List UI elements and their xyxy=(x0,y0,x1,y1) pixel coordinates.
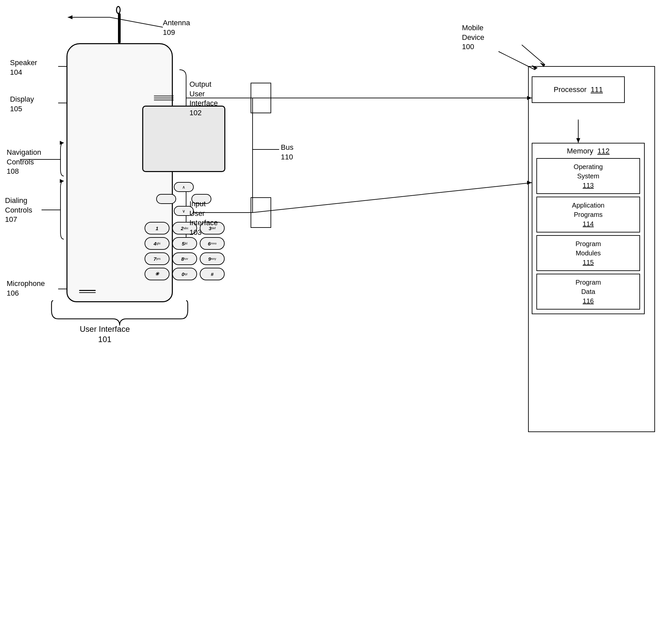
antenna-num: 109 xyxy=(163,28,175,37)
key-4[interactable]: 4ghi xyxy=(145,237,170,250)
svg-rect-29 xyxy=(251,83,271,113)
dialing-controls-text: DialingControls xyxy=(5,196,32,214)
user-interface-label: User Interface 101 xyxy=(80,324,130,344)
key-7[interactable]: 7prs xyxy=(145,252,170,265)
mobile-device-label: MobileDevice 100 xyxy=(462,23,484,52)
key-6[interactable]: 6mno xyxy=(200,237,225,250)
antenna-text: Antenna xyxy=(163,19,190,27)
speaker-line-2 xyxy=(154,98,174,98)
prog-data-num: 116 xyxy=(582,297,594,304)
display-text: Display xyxy=(10,95,34,103)
mobile-device-text: MobileDevice xyxy=(462,24,484,42)
nav-left-button[interactable] xyxy=(156,194,176,204)
svg-marker-24 xyxy=(532,65,538,70)
input-ui-text: InputUserInterface xyxy=(190,200,218,227)
speaker-grille xyxy=(154,96,174,100)
svg-line-25 xyxy=(522,45,545,65)
mic-line-1 xyxy=(79,290,96,291)
app-programs-box: ApplicationPrograms 114 xyxy=(536,197,640,232)
svg-marker-18 xyxy=(527,96,532,100)
key-5[interactable]: 5jkl xyxy=(172,237,197,250)
svg-line-1 xyxy=(110,17,163,27)
output-ui-text: OutputUserInterface xyxy=(190,80,218,107)
mobile-device-num: 100 xyxy=(462,43,474,51)
svg-marker-11 xyxy=(60,179,64,183)
microphone-label: Microphone 106 xyxy=(7,279,45,298)
bus-label: Bus 110 xyxy=(281,143,293,162)
bus-text: Bus xyxy=(281,143,293,152)
prog-data-box: ProgramData 116 xyxy=(536,274,640,309)
nav-up-button[interactable]: ∧ xyxy=(174,182,194,192)
diagram-container: ∧ ∨ 1 2abc 3def 4ghi 5jkl 6mno 7prs 8t xyxy=(0,0,662,644)
key-9[interactable]: 9wxy xyxy=(200,252,225,265)
speaker-num: 104 xyxy=(10,68,22,76)
key-0[interactable]: 0qz xyxy=(172,268,197,280)
memory-box: Memory 112 OperatingSystem 113 Applicati… xyxy=(532,143,645,314)
svg-marker-20 xyxy=(527,181,532,185)
mic-line-2 xyxy=(79,292,96,293)
processor-num: 111 xyxy=(591,85,603,94)
svg-line-23 xyxy=(499,51,535,70)
svg-marker-26 xyxy=(540,63,545,67)
keypad-row-4: ✳ 0qz # xyxy=(140,268,229,280)
key-8[interactable]: 8tuv xyxy=(172,252,197,265)
mic-grille xyxy=(79,290,96,294)
display-label: Display 105 xyxy=(10,95,34,114)
dialing-controls-label: DialingControls 107 xyxy=(5,196,32,225)
microphone-num: 106 xyxy=(7,289,19,297)
phone-antenna-tip xyxy=(116,6,120,14)
app-programs-num: 114 xyxy=(582,220,594,228)
bus-num: 110 xyxy=(281,153,293,161)
speaker-text: Speaker xyxy=(10,59,37,67)
input-ui-num: 103 xyxy=(190,228,202,236)
keypad-row-3: 7prs 8tuv 9wxy xyxy=(140,252,229,265)
speaker-line-1 xyxy=(154,96,174,96)
user-interface-text: User Interface xyxy=(80,324,130,334)
input-ui-label: InputUserInterface 103 xyxy=(190,199,218,237)
dialing-controls-num: 107 xyxy=(5,215,17,224)
speaker-line-3 xyxy=(154,100,174,100)
key-1[interactable]: 1 xyxy=(145,222,170,234)
memory-title: Memory 112 xyxy=(536,147,640,156)
microphone-text: Microphone xyxy=(7,279,45,288)
prog-modules-box: ProgramModules 115 xyxy=(536,235,640,271)
phone-body: ∧ ∨ 1 2abc 3def 4ghi 5jkl 6mno 7prs 8t xyxy=(66,43,173,302)
key-star[interactable]: ✳ xyxy=(145,268,170,280)
svg-marker-9 xyxy=(60,141,64,145)
antenna-label: Antenna 109 xyxy=(163,18,190,37)
nav-controls-num: 108 xyxy=(7,167,19,175)
prog-modules-num: 115 xyxy=(582,259,594,266)
processor-text: Processor 111 xyxy=(554,85,603,94)
os-num: 113 xyxy=(582,182,594,189)
keypad-row-2: 4ghi 5jkl 6mno xyxy=(140,237,229,250)
svg-line-19 xyxy=(252,183,532,212)
svg-marker-2 xyxy=(68,15,72,19)
os-text: OperatingSystem xyxy=(574,163,603,180)
svg-marker-22 xyxy=(576,138,580,143)
svg-rect-30 xyxy=(251,198,271,228)
user-interface-num: 101 xyxy=(98,335,111,344)
prog-data-text: ProgramData xyxy=(576,279,601,295)
output-ui-label: OutputUserInterface 102 xyxy=(190,80,218,118)
nav-controls-label: NavigationControls 108 xyxy=(7,148,41,176)
app-programs-text: ApplicationPrograms xyxy=(572,202,604,218)
speaker-label: Speaker 104 xyxy=(10,58,37,77)
prog-modules-text: ProgramModules xyxy=(576,240,601,257)
memory-num: 112 xyxy=(597,147,610,155)
phone-antenna xyxy=(118,13,120,43)
key-hash[interactable]: # xyxy=(200,268,225,280)
output-ui-num: 102 xyxy=(190,109,202,117)
display-num: 105 xyxy=(10,105,22,113)
os-box: OperatingSystem 113 xyxy=(536,158,640,194)
nav-controls-text: NavigationControls xyxy=(7,148,41,166)
processor-box: Processor 111 xyxy=(532,76,625,103)
